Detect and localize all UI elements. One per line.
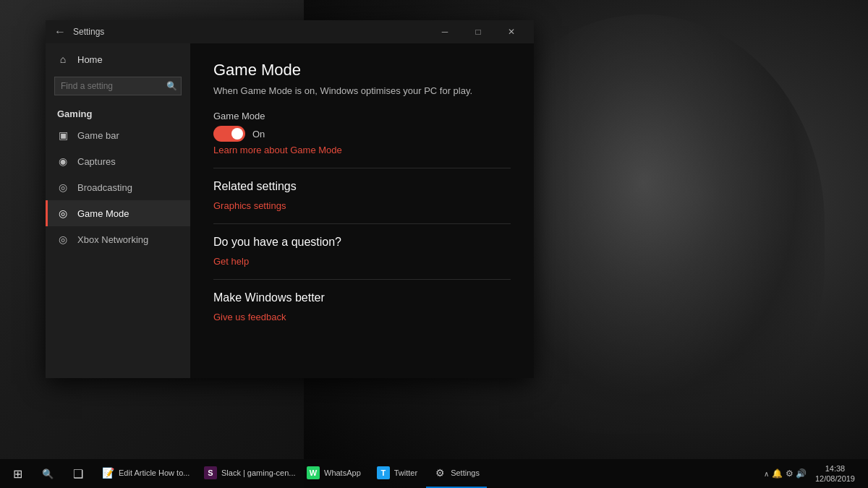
game-bar-icon: ▣: [57, 129, 69, 141]
toggle-container: On: [213, 126, 511, 142]
game-mode-label: Game Mode: [213, 111, 265, 121]
search-icon: 🔍: [42, 468, 54, 479]
xbox-networking-icon: ◎: [57, 234, 69, 245]
title-bar-left: ← Settings: [54, 25, 104, 38]
sidebar: ⌂ Home 🔍 Gaming ▣ Game bar ◉ Captures ◎ …: [46, 43, 190, 378]
system-tray: ∧ 🔔 ⚙ 🔊: [764, 468, 807, 479]
sidebar-home[interactable]: ⌂ Home: [46, 46, 190, 72]
back-button[interactable]: ←: [54, 25, 66, 38]
twitter-label: Twitter: [394, 468, 417, 477]
question-heading: Do you have a question?: [213, 236, 511, 249]
settings-icon: ⚙: [433, 466, 446, 479]
slack-icon: S: [204, 466, 217, 479]
sidebar-item-captures[interactable]: ◉ Captures: [46, 148, 190, 174]
whatsapp-label: WhatsApp: [324, 468, 361, 477]
task-view-button[interactable]: ❑: [64, 459, 93, 488]
article-label: Edit Article How to...: [119, 468, 190, 477]
title-bar: ← Settings ─ □ ✕: [46, 20, 534, 43]
slack-label: Slack | gaming-cen...: [221, 468, 296, 477]
sidebar-section-label: Gaming: [46, 100, 190, 122]
window-title: Settings: [73, 27, 104, 37]
home-icon: ⌂: [57, 53, 69, 65]
taskbar-app-whatsapp[interactable]: W WhatsApp: [299, 459, 368, 488]
clock-time: 14:38: [825, 463, 846, 474]
sidebar-item-game-bar[interactable]: ▣ Game bar: [46, 122, 190, 148]
start-button[interactable]: ⊞: [3, 459, 32, 488]
maximize-button[interactable]: □: [461, 20, 495, 43]
main-content: Game Mode When Game Mode is on, Windows …: [190, 43, 534, 378]
divider-1: [213, 168, 511, 168]
taskbar-app-twitter[interactable]: T Twitter: [370, 459, 425, 488]
settings-window: ← Settings ─ □ ✕ ⌂ Home 🔍 Gaming ▣ Game …: [46, 20, 534, 378]
taskbar-app-slack[interactable]: S Slack | gaming-cen...: [197, 459, 298, 488]
windows-better-heading: Make Windows better: [213, 291, 511, 304]
sidebar-item-broadcasting[interactable]: ◎ Broadcasting: [46, 174, 190, 200]
article-icon: 📝: [101, 466, 114, 479]
search-icon: 🔍: [166, 81, 177, 91]
learn-more-link[interactable]: Learn more about Game Mode: [213, 145, 342, 155]
game-mode-toggle[interactable]: [213, 126, 245, 142]
twitter-icon: T: [377, 466, 390, 479]
sidebar-item-xbox-networking[interactable]: ◎ Xbox Networking: [46, 226, 190, 252]
taskbar-apps: 📝 Edit Article How to... S Slack | gamin…: [94, 459, 487, 488]
sidebar-item-label: Captures: [77, 156, 116, 167]
sidebar-item-label: Game bar: [77, 130, 119, 141]
tray-icons: 🔔 ⚙ 🔊: [772, 468, 807, 479]
window-body: ⌂ Home 🔍 Gaming ▣ Game bar ◉ Captures ◎ …: [46, 43, 534, 378]
close-button[interactable]: ✕: [495, 20, 528, 43]
search-input[interactable]: [54, 77, 182, 95]
window-controls: ─ □ ✕: [428, 20, 528, 43]
taskbar-app-article[interactable]: 📝 Edit Article How to...: [94, 459, 195, 488]
clock-date: 12/08/2019: [815, 474, 855, 484]
game-mode-icon: ◎: [57, 207, 69, 219]
sidebar-item-game-mode[interactable]: ◎ Game Mode: [46, 200, 190, 226]
divider-3: [213, 279, 511, 280]
page-description: When Game Mode is on, Windows optimises …: [213, 85, 511, 96]
related-settings-heading: Related settings: [213, 180, 511, 193]
minimize-button[interactable]: ─: [428, 20, 461, 43]
search-button[interactable]: 🔍: [33, 459, 62, 488]
whatsapp-icon: W: [307, 466, 320, 479]
taskbar: ⊞ 🔍 ❑ 📝 Edit Article How to... S Slack |…: [0, 459, 868, 488]
taskbar-right: ∧ 🔔 ⚙ 🔊 14:38 12/08/2019: [764, 463, 865, 484]
graphics-settings-link[interactable]: Graphics settings: [213, 200, 286, 211]
divider-2: [213, 223, 511, 224]
tray-up-arrow[interactable]: ∧: [764, 470, 769, 478]
give-feedback-link[interactable]: Give us feedback: [213, 312, 286, 322]
broadcasting-icon: ◎: [57, 181, 69, 193]
sidebar-item-label: Game Mode: [77, 208, 129, 219]
sidebar-item-label: Broadcasting: [77, 182, 132, 193]
sidebar-item-label: Xbox Networking: [77, 234, 148, 245]
page-title: Game Mode: [213, 61, 511, 80]
settings-label: Settings: [451, 468, 480, 477]
captures-icon: ◉: [57, 155, 69, 167]
start-icon: ⊞: [13, 467, 22, 481]
get-help-link[interactable]: Get help: [213, 256, 249, 267]
taskbar-clock[interactable]: 14:38 12/08/2019: [811, 463, 859, 484]
sidebar-search-container: 🔍: [54, 77, 182, 95]
home-label: Home: [77, 54, 103, 65]
taskbar-left: ⊞ 🔍 ❑ 📝 Edit Article How to... S Slack |…: [3, 459, 487, 488]
toggle-state-label: On: [252, 129, 265, 140]
game-mode-setting-row: Game Mode: [213, 111, 511, 121]
task-view-icon: ❑: [73, 467, 83, 481]
taskbar-app-settings[interactable]: ⚙ Settings: [426, 459, 487, 488]
